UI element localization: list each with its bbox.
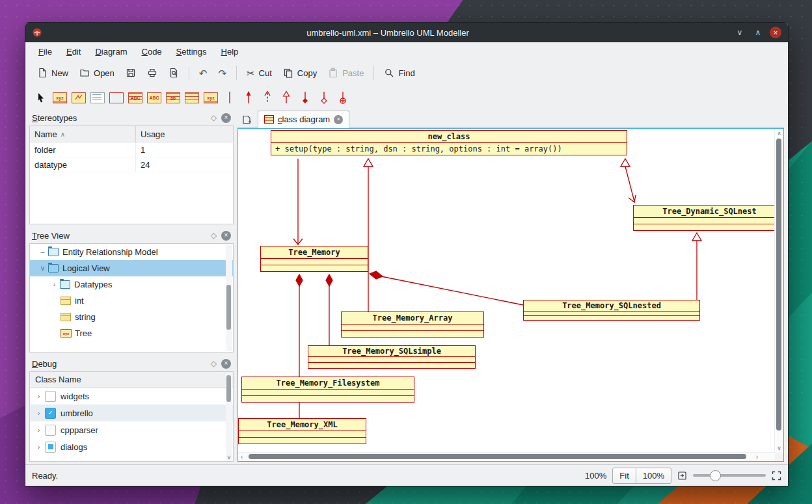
collapse-arrow-icon[interactable]: ∨ [38, 265, 47, 272]
uml-class-tree-dynamic-sqlnested[interactable]: Tree_Dynamic_SQLnest [633, 205, 784, 231]
checkbox-unchecked[interactable] [45, 391, 56, 402]
undo-button[interactable]: ↶ [194, 65, 213, 81]
containment-tool[interactable] [335, 90, 351, 105]
save-button[interactable] [120, 64, 141, 81]
uml-class-tree-memory[interactable]: Tree_Memory [260, 246, 368, 272]
association-tool[interactable] [222, 90, 237, 105]
slider-knob[interactable] [710, 470, 721, 481]
table-row[interactable]: datatype 24 [30, 157, 233, 172]
menu-settings[interactable]: Settings [170, 45, 213, 59]
menu-file[interactable]: File [32, 45, 59, 59]
scroll-up-icon[interactable]: ∧ [775, 130, 783, 137]
float-panel-icon[interactable]: ◇ [211, 232, 217, 239]
note-tool[interactable] [90, 90, 105, 105]
print-preview-button[interactable] [163, 64, 184, 81]
dependency-tool[interactable] [260, 90, 275, 105]
debug-item-widgets[interactable]: › widgets [30, 388, 233, 405]
checkbox-checked[interactable]: ✓ [45, 408, 56, 419]
uml-class-new-class[interactable]: new_class + setup(type : string, dsn : s… [271, 130, 627, 155]
canvas-horizontal-scrollbar[interactable]: ‹ › [238, 452, 775, 461]
composition-treememory-to-sqlnested[interactable] [370, 271, 523, 305]
open-button[interactable]: Open [74, 64, 120, 81]
directed-association-tool[interactable] [241, 90, 256, 105]
generalization-sqlnested-to-treedynamic[interactable] [692, 233, 701, 300]
column-header-name[interactable]: Name ∧ [30, 126, 136, 142]
datatype-tool[interactable]: xyz [203, 90, 219, 105]
debug-item-umbrello[interactable]: › ✓ umbrello [30, 405, 233, 421]
menu-edit[interactable]: Edit [60, 45, 87, 59]
tree-item-string[interactable]: string [30, 309, 233, 325]
tab-close-icon[interactable]: × [334, 115, 343, 124]
select-arrow-tool[interactable] [33, 90, 49, 105]
menu-code[interactable]: Code [135, 45, 169, 59]
close-button[interactable]: × [770, 27, 781, 38]
minimize-button[interactable]: ∨ [733, 26, 746, 39]
close-panel-icon[interactable]: × [221, 359, 231, 369]
tree-item-tree[interactable]: xyz Tree [30, 325, 233, 341]
expand-arrow-icon[interactable]: › [34, 393, 44, 400]
scroll-left-icon[interactable]: ‹ [241, 453, 243, 460]
composition-treememory-to-sqlsimple[interactable] [326, 274, 332, 345]
debug-scrollbar[interactable]: ∨ [226, 373, 232, 460]
uml-class-tree-memory-array[interactable]: Tree_Memory_Array [341, 312, 484, 338]
close-panel-icon[interactable]: × [221, 113, 231, 123]
new-tab-button[interactable] [239, 112, 254, 127]
column-header-usage[interactable]: Usage [136, 126, 233, 142]
titlebar[interactable]: umbrello-uml.xmi – Umbrello UML Modeller… [25, 23, 788, 42]
checkbox-partial[interactable] [45, 442, 56, 453]
zoom-slider[interactable] [693, 468, 766, 483]
close-panel-icon[interactable]: × [221, 231, 231, 241]
scroll-down-icon[interactable]: ∨ [226, 454, 232, 460]
float-panel-icon[interactable]: ◇ [211, 360, 217, 367]
zoom-100-button[interactable]: 100% [636, 468, 671, 484]
generalization-array-to-newclass[interactable] [364, 159, 373, 312]
tree-view-scrollbar[interactable] [226, 245, 232, 351]
debug-column-header[interactable]: Class Name [30, 372, 233, 388]
fullscreen-button[interactable] [772, 471, 781, 481]
canvas-vertical-scrollbar[interactable]: ∧ ∨ [774, 129, 783, 453]
scrollbar-thumb[interactable] [776, 139, 781, 431]
expand-arrow-icon[interactable]: › [49, 281, 59, 288]
scroll-down-icon[interactable]: ∨ [775, 445, 783, 451]
uml-class-tree-memory-sqlnested[interactable]: Tree_Memory_SQLnested [523, 300, 700, 321]
print-button[interactable] [142, 64, 163, 81]
generalization-tool[interactable] [278, 90, 294, 105]
enum-tool[interactable]: ABC [146, 90, 162, 105]
relation-newclass-to-treedynamic[interactable] [621, 159, 636, 202]
association-newclass-to-treememory[interactable] [293, 159, 303, 245]
find-button[interactable]: Find [379, 64, 420, 81]
menu-help[interactable]: Help [215, 45, 245, 59]
debug-item-cppparser[interactable]: › cppparser [30, 421, 233, 438]
cut-button[interactable]: ✂ Cut [241, 65, 277, 81]
checkbox-unchecked[interactable] [45, 425, 56, 436]
scrollbar-thumb[interactable] [226, 285, 231, 330]
expand-arrow-icon[interactable]: › [34, 410, 44, 417]
redo-button[interactable]: ↷ [213, 65, 232, 81]
tree-item-logical-view[interactable]: ∨ Logical View [30, 260, 233, 276]
copy-button[interactable]: Copy [278, 64, 322, 81]
class-tool[interactable]: xyz [52, 90, 68, 105]
text-tool[interactable]: ABC [128, 90, 143, 105]
object-tool[interactable]: ab [165, 90, 181, 105]
uml-class-tree-memory-xml[interactable]: Tree_Memory_XML [238, 418, 366, 444]
entity-tool[interactable] [184, 90, 200, 105]
tab-class-diagram[interactable]: class diagram × [258, 111, 349, 128]
menu-diagram[interactable]: Diagram [88, 45, 133, 59]
tree-item-int[interactable]: int [30, 293, 233, 309]
uml-class-tree-memory-sqlsimple[interactable]: Tree_Memory_SQLsimple [308, 345, 476, 369]
box-tool[interactable] [109, 90, 124, 105]
new-button[interactable]: New [32, 64, 74, 81]
composition-tool[interactable] [297, 90, 313, 105]
diagram-canvas[interactable]: new_class + setup(type : string, dsn : s… [237, 128, 784, 462]
scrollbar-thumb[interactable] [226, 375, 231, 402]
interface-tool[interactable] [71, 90, 87, 105]
expand-arrow-icon[interactable]: › [34, 427, 44, 434]
scroll-right-icon[interactable]: › [756, 453, 758, 460]
zoom-page-button[interactable] [677, 471, 687, 481]
aggregation-tool[interactable] [316, 90, 332, 105]
uml-class-tree-memory-filesystem[interactable]: Tree_Memory_Filesystem [241, 377, 414, 403]
zoom-fit-button[interactable]: Fit [612, 468, 636, 484]
maximize-button[interactable]: ∧ [751, 26, 765, 39]
tree-item-entity-relationship-model[interactable]: – Entity Relationship Model [30, 244, 233, 260]
slider-track[interactable] [693, 474, 766, 477]
